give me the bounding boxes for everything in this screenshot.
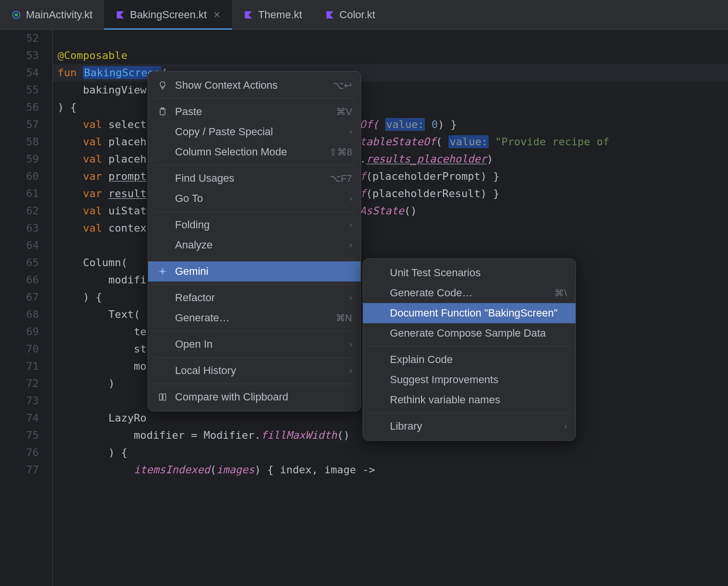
code-line-tail: .results_placeholder): [360, 151, 493, 168]
line-number: 56: [0, 99, 39, 116]
tab-label: BakingScreen.kt: [130, 9, 207, 21]
code-token: prompt: [108, 170, 146, 182]
code-token: bakingView: [58, 84, 146, 96]
menu-item-find-usages[interactable]: Find Usages⌥F7: [148, 168, 361, 188]
line-number: 66: [0, 271, 39, 289]
menu-shortcut: ⌥↩: [333, 80, 352, 91]
code-token: AsState: [360, 205, 404, 217]
code-token: placeh: [108, 136, 146, 148]
code-line: modifier = Modifier.fillMaxWidth(): [58, 427, 375, 444]
code-token: (placeholderResult) }: [366, 188, 499, 199]
menu-item-paste[interactable]: Paste⌘V: [148, 102, 361, 122]
menu-item-generate-code[interactable]: Generate Code…⌘\: [363, 283, 575, 303]
menu-item-open-in[interactable]: Open In›: [148, 334, 361, 354]
code-token: images: [216, 464, 254, 476]
code-token: 0: [432, 118, 438, 130]
code-token: value:: [385, 118, 425, 131]
menu-item-label: Go To: [175, 192, 203, 205]
gemini-submenu: Unit Test ScenariosGenerate Code…⌘\Docum…: [363, 258, 576, 441]
code-token: (: [436, 136, 449, 148]
tab-label: MainActivity.kt: [26, 9, 93, 21]
code-token: te: [58, 326, 146, 338]
code-token: uiStat: [108, 205, 146, 217]
menu-item-compare-with-clipboard[interactable]: Compare with Clipboard: [148, 387, 361, 407]
code-token: st: [58, 343, 146, 355]
gutter: 5253545556575859606162636465666768697071…: [0, 30, 53, 586]
menu-item-label: Refactor: [175, 292, 215, 304]
menu-item-go-to[interactable]: Go To›: [148, 188, 361, 209]
menu-item-analyze[interactable]: Analyze›: [148, 235, 361, 255]
code-token: result: [108, 188, 146, 199]
menu-item-library[interactable]: Library›: [363, 416, 575, 436]
tab-bakingscreen-kt[interactable]: BakingScreen.kt✕: [104, 0, 232, 29]
line-number: 63: [0, 220, 39, 237]
line-number: 55: [0, 82, 39, 99]
menu-item-label: Folding: [175, 219, 210, 231]
line-number: 61: [0, 185, 39, 202]
menu-item-gemini[interactable]: Gemini›: [148, 261, 361, 281]
code-token: val: [83, 153, 108, 165]
code-token: fun: [58, 67, 83, 79]
code-token: [58, 188, 83, 199]
menu-item-folding[interactable]: Folding›: [148, 215, 361, 235]
tab-bar: MainActivity.ktBakingScreen.kt✕Theme.ktC…: [0, 0, 728, 30]
code-token: ) {: [58, 101, 77, 113]
menu-item-local-history[interactable]: Local History›: [148, 361, 361, 381]
code-token: [58, 205, 83, 217]
menu-item-label: Column Selection Mode: [175, 146, 287, 158]
menu-item-label: Suggest Improvements: [390, 374, 498, 386]
close-icon[interactable]: ✕: [213, 10, 221, 20]
menu-item-label: Find Usages: [175, 172, 235, 185]
code-token: var: [83, 188, 108, 199]
code-line: @Composable: [58, 47, 375, 64]
menu-separator: [368, 346, 571, 347]
line-number: 53: [0, 47, 39, 64]
code-token: [58, 136, 83, 148]
code-token: @Composable: [58, 49, 128, 61]
menu-item-refactor[interactable]: Refactor›: [148, 288, 361, 308]
menu-shortcut: ⌥F7: [330, 173, 352, 184]
menu-item-generate[interactable]: Generate…⌘N: [148, 308, 361, 328]
code-token: [489, 136, 495, 148]
line-number: 54: [0, 64, 39, 82]
menu-item-document-function-bakingscreen[interactable]: Document Function "BakingScreen": [363, 303, 575, 323]
kotlin-file-icon: [12, 10, 21, 20]
menu-item-copy-paste-special[interactable]: Copy / Paste Special›: [148, 122, 361, 142]
menu-item-label: Library: [390, 420, 422, 433]
menu-item-show-context-actions[interactable]: Show Context Actions⌥↩: [148, 75, 361, 95]
compare-icon: [157, 392, 168, 402]
line-number: 74: [0, 410, 39, 427]
code-token: val: [83, 118, 108, 130]
menu-item-label: Analyze: [175, 239, 212, 251]
kotlin-file-icon: [325, 10, 335, 20]
paste-icon: [157, 107, 168, 117]
code-token: contex: [108, 222, 146, 234]
line-number: 62: [0, 202, 39, 220]
menu-item-suggest-improvements[interactable]: Suggest Improvements: [363, 370, 575, 390]
chevron-right-icon: ›: [350, 340, 352, 349]
gemini-icon: [157, 267, 168, 276]
menu-item-generate-compose-sample-data[interactable]: Generate Compose Sample Data: [363, 323, 575, 343]
code-token: ) {: [58, 446, 128, 458]
menu-item-unit-test-scenarios[interactable]: Unit Test Scenarios: [363, 263, 575, 283]
tab-theme-kt[interactable]: Theme.kt: [232, 0, 314, 29]
line-number: 72: [0, 375, 39, 392]
code-token: itemsIndexed: [134, 464, 210, 476]
kotlin-file-icon: [116, 10, 125, 20]
code-token: ): [487, 153, 493, 165]
code-token: results_placeholder: [366, 153, 487, 165]
menu-item-label: Generate…: [175, 312, 230, 324]
menu-item-label: Unit Test Scenarios: [390, 267, 481, 279]
menu-item-column-selection-mode[interactable]: Column Selection Mode⇧⌘8: [148, 142, 361, 162]
menu-item-label: Gemini: [175, 265, 209, 278]
code-token: [58, 118, 83, 130]
code-token: "Provide recipe of: [495, 136, 609, 148]
tab-mainactivity-kt[interactable]: MainActivity.kt: [0, 0, 104, 29]
menu-separator: [153, 384, 356, 384]
menu-item-explain-code[interactable]: Explain Code: [363, 350, 575, 370]
tab-color-kt[interactable]: Color.kt: [314, 0, 387, 29]
code-token: fillMaxWidth: [261, 429, 337, 441]
menu-separator: [153, 165, 356, 165]
menu-item-rethink-variable-names[interactable]: Rethink variable names: [363, 390, 575, 410]
tab-label: Color.kt: [340, 9, 376, 21]
